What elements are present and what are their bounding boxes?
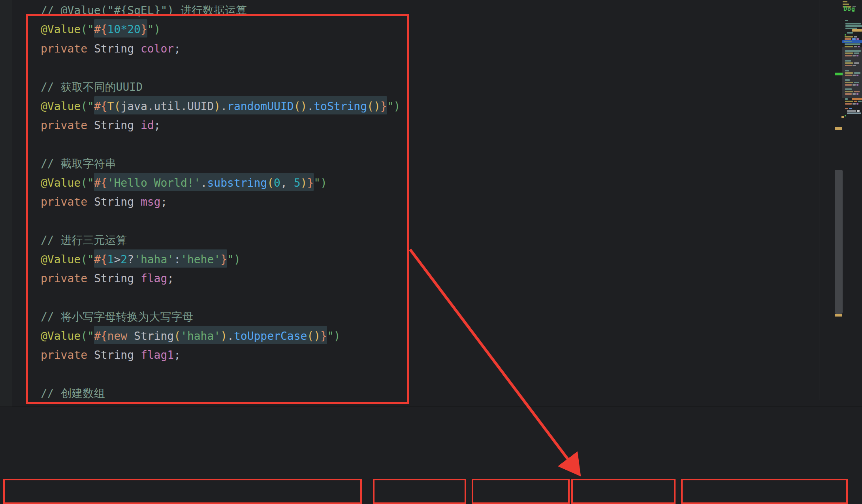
minimap-bar [853,103,856,105]
minimap-bar [845,43,860,45]
minimap-bar [845,98,848,100]
minimap-viewport[interactable] [842,47,862,98]
minimap-bar [845,20,848,21]
code-line: @Value("#{T(java.util.UUID).randomUUID()… [41,99,400,114]
minimap-bar [835,73,843,75]
minimap-bar [858,101,862,102]
code-line: @Value("#{10*20}") [41,22,160,37]
minimap-bar [856,103,858,105]
minimap-bar [844,41,852,42]
minimap-bar [845,36,853,37]
minimap-bar [845,34,846,36]
code-line: @Value("#{'Hello World!'.substring(0, 5)… [41,175,327,191]
run-tool-window: Spring01IocApplication × 控制 [0,407,862,504]
editor-gutter [0,0,12,407]
minimap-bar [847,112,861,114]
code-line: // 将小写字母转换为大写字母 [41,309,194,325]
minimap-bar [845,38,851,40]
code-line: // 创建数组 [41,386,105,401]
code-line: private String flag; [41,271,174,287]
minimap-bar [854,101,857,102]
minimap-class-name: Dog [843,6,855,13]
code-line: @Value("#{new String('haha').toUpperCase… [41,328,341,344]
minimap-bar [854,36,857,37]
minimap-bar [845,115,846,116]
minimap-bar [845,108,848,109]
code-line: private String id; [41,118,160,133]
code-line: private String msg; [41,194,167,210]
minimap-bar [857,110,860,112]
code-line: private String flag1; [41,347,181,363]
code-line: @Value("#{1>2?'haha':'hehe'}") [41,252,241,268]
minimap-bar [856,38,859,40]
minimap-bar [849,108,852,109]
minimap-bar [852,38,856,40]
minimap-bar [845,101,853,102]
minimap-bar [847,32,853,34]
minimap-bar [843,4,849,5]
code-line: // 进行三元运算 [41,232,127,248]
code-line: private String color; [41,41,181,57]
minimap-bar [843,1,847,2]
minimap-bar [841,116,844,118]
editor-scrollbar[interactable] [835,170,843,314]
minimap-bar [845,103,852,105]
minimap-bar [852,29,862,32]
code-line: // 获取不同的UUID [41,79,143,95]
code-editor[interactable]: // @Value("#{SqEL}") 进行数据运算@Value("#{10*… [0,0,862,407]
minimap-bar [845,25,862,27]
minimap-bar [835,314,842,317]
ide-window: // @Value("#{SqEL}") 进行数据运算@Value("#{10*… [0,0,862,504]
minimap-bar [835,127,842,130]
minimap-bar [847,110,856,112]
code-line: // 截取字符串 [41,156,116,172]
minimap-bar [845,23,861,24]
code-line: // @Value("#{SqEL}") 进行数据运算 [41,3,247,19]
